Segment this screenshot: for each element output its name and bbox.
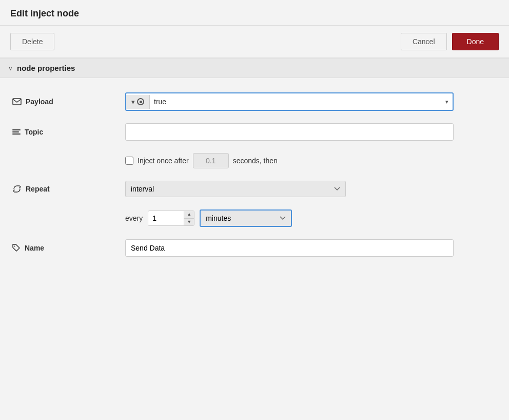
payload-control: ▾ ▾ xyxy=(125,92,497,111)
payload-value-area xyxy=(150,93,441,110)
cancel-button[interactable]: Cancel xyxy=(401,33,447,50)
delete-button[interactable]: Delete xyxy=(10,33,54,50)
every-number-input[interactable] xyxy=(148,211,184,225)
payload-row: Payload ▾ ▾ xyxy=(12,92,497,111)
done-button[interactable]: Done xyxy=(452,33,499,50)
spinner-up-button[interactable]: ▲ xyxy=(184,211,194,218)
repeat-icon xyxy=(12,184,22,194)
section-chevron[interactable]: ∨ xyxy=(8,65,13,72)
topic-lines-icon xyxy=(12,129,21,135)
payload-type-chevron-down: ▾ xyxy=(131,98,135,106)
inject-once-row: Inject once after seconds, then xyxy=(125,153,497,168)
edit-inject-dialog: Edit inject node Delete Cancel Done ∨ no… xyxy=(0,0,509,420)
name-input[interactable] xyxy=(125,239,454,257)
button-bar: Delete Cancel Done xyxy=(0,26,509,59)
inject-once-label: Inject once after xyxy=(138,157,189,165)
form-area: Payload ▾ ▾ xyxy=(0,78,509,283)
dialog-title: Edit inject node xyxy=(10,8,499,19)
tag-icon xyxy=(12,244,21,252)
name-label: Name xyxy=(12,244,125,252)
name-label-text: Name xyxy=(25,244,44,252)
spinner-down-button[interactable]: ▼ xyxy=(184,218,194,226)
spinner-buttons: ▲ ▼ xyxy=(184,211,194,225)
payload-value-input[interactable] xyxy=(154,93,437,110)
minutes-select[interactable]: seconds minutes hours xyxy=(200,209,292,227)
name-row: Name xyxy=(12,239,497,257)
repeat-control: none interval interval between times at … xyxy=(125,181,497,197)
every-row: every ▲ ▼ seconds minutes hours xyxy=(125,209,497,227)
topic-input[interactable] xyxy=(125,123,454,141)
topic-label: Topic xyxy=(12,128,125,136)
repeat-row: Repeat none interval interval between ti… xyxy=(12,181,497,197)
repeat-select[interactable]: none interval interval between times at … xyxy=(125,181,346,197)
payload-type-button[interactable]: ▾ xyxy=(126,95,150,109)
section-header: ∨ node properties xyxy=(0,59,509,78)
payload-label-text: Payload xyxy=(26,98,53,106)
every-label: every xyxy=(125,214,143,222)
svg-rect-0 xyxy=(13,99,21,105)
payload-input-group: ▾ ▾ xyxy=(125,92,454,111)
repeat-label-text: Repeat xyxy=(26,185,50,193)
payload-dropdown-chevron: ▾ xyxy=(445,99,448,105)
envelope-icon xyxy=(12,98,22,105)
inject-seconds-input[interactable] xyxy=(193,153,229,168)
name-control xyxy=(125,239,497,257)
svg-point-1 xyxy=(14,246,15,247)
title-bar: Edit inject node xyxy=(0,0,509,26)
payload-value-dropdown-button[interactable]: ▾ xyxy=(441,96,453,108)
topic-label-text: Topic xyxy=(25,128,43,136)
topic-control xyxy=(125,123,497,141)
repeat-label: Repeat xyxy=(12,184,125,194)
payload-label: Payload xyxy=(12,98,125,106)
inject-once-suffix: seconds, then xyxy=(233,157,278,165)
number-spinner: ▲ ▼ xyxy=(148,211,194,226)
right-buttons: Cancel Done xyxy=(401,33,499,50)
section-title: node properties xyxy=(17,64,75,72)
topic-row: Topic xyxy=(12,123,497,141)
payload-type-radio-icon xyxy=(137,98,144,105)
inject-once-checkbox[interactable] xyxy=(125,157,133,165)
